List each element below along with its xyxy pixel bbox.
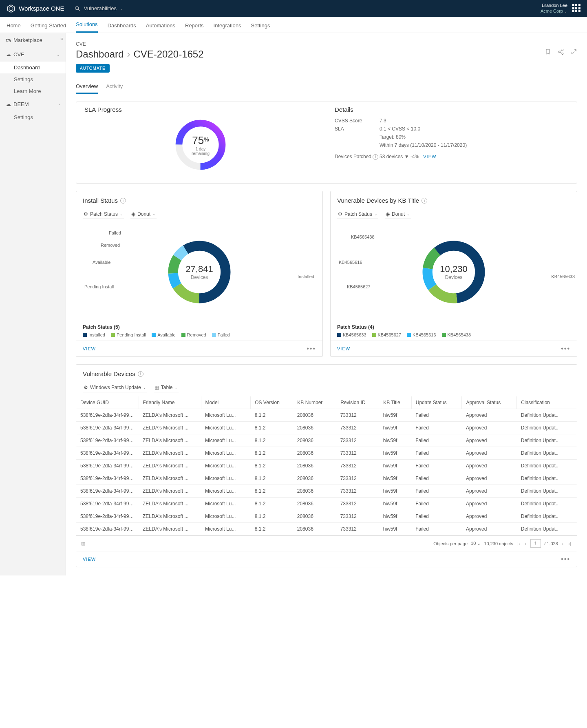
table-row[interactable]: 538f619e-2dfa-34rf-993c-22...ZELDA's Mic…: [76, 498, 577, 510]
panel-title: Vulnerable Devices: [83, 370, 135, 377]
apps-grid-icon[interactable]: [572, 4, 580, 12]
vuln-donut: 10,230Devices KB4565438 KB4565616 KB4565…: [331, 223, 577, 321]
svg-point-2: [75, 6, 79, 9]
table-cell: 538f619e-2dfa-34rf-993c-22...: [76, 422, 139, 434]
tab-home[interactable]: Home: [7, 22, 21, 33]
more-icon[interactable]: •••: [561, 555, 570, 563]
table-cell: 8.1.2: [251, 523, 293, 535]
table-row[interactable]: 538f619e-2dfa-34rf-993c-22...ZELDA's Mic…: [76, 409, 577, 422]
table-cell: 8.1.2: [251, 434, 293, 447]
table-cell: Microsoft Lu...: [201, 434, 251, 447]
page-input[interactable]: [530, 539, 541, 548]
col-header[interactable]: KB Title: [379, 396, 412, 409]
tab-solutions[interactable]: Solutions: [76, 21, 97, 33]
info-icon[interactable]: i: [373, 154, 378, 160]
view-link[interactable]: VIEW: [423, 154, 436, 159]
filter-patch-status[interactable]: ⚙Patch Status⌄: [337, 210, 378, 219]
tab-integrations[interactable]: Integrations: [214, 22, 241, 33]
tab-settings[interactable]: Settings: [251, 22, 270, 33]
sidebar-sub-learn-more[interactable]: Learn More: [0, 85, 66, 97]
table-row[interactable]: 538f619e-2dfa-34rf-993c-22...ZELDA's Mic…: [76, 485, 577, 498]
page-prev-icon[interactable]: ‹: [524, 541, 527, 546]
search-dropdown[interactable]: Vulnerabilities ⌄: [71, 4, 127, 13]
page-total: / 1,023: [544, 541, 558, 546]
table-row[interactable]: 538f619e-2dfa-34rf-993c-22...ZELDA's Mic…: [76, 447, 577, 460]
topbar: Workspace ONE Vulnerabilities ⌄ Brandon …: [0, 0, 587, 17]
sidebar-collapse-icon[interactable]: «: [60, 35, 63, 42]
table-cell: ZELDA's Microsoft ...: [139, 447, 201, 460]
sidebar-sub-settings[interactable]: Settings: [0, 111, 66, 123]
legend-item: Failed: [212, 332, 230, 337]
tab-automations[interactable]: Automations: [146, 22, 175, 33]
col-header[interactable]: Model: [201, 396, 251, 409]
table-row[interactable]: 538f619e-2dfa-34rf-993c-22...ZELDA's Mic…: [76, 472, 577, 485]
filter-label: Donut: [137, 211, 150, 217]
seg-label: Pending Install: [84, 284, 114, 289]
table-row[interactable]: 538f619e-2dfa-34rf-993c-22...ZELDA's Mic…: [76, 460, 577, 472]
sidebar-sub-dashboard[interactable]: Dashboard: [0, 62, 66, 73]
view-link[interactable]: VIEW: [83, 346, 96, 351]
breadcrumb-root[interactable]: Dashboard: [76, 49, 124, 60]
col-header[interactable]: OS Version: [251, 396, 293, 409]
table-cell: Definition Updat...: [517, 510, 577, 523]
tab-getting-started[interactable]: Getting Started: [31, 22, 66, 33]
kv-key: [335, 134, 380, 140]
sidebar-sub-settings[interactable]: Settings: [0, 73, 66, 85]
more-icon[interactable]: •••: [561, 345, 570, 352]
table-cell: 8.1.2: [251, 409, 293, 422]
cloud-icon: ☁: [6, 101, 11, 107]
share-icon[interactable]: [558, 49, 564, 55]
table-cell: Definition Updat...: [517, 434, 577, 447]
sidebar-item-cve[interactable]: ☁CVE ⌄: [0, 47, 66, 62]
tab-dashboards[interactable]: Dashboards: [108, 22, 136, 33]
automate-button[interactable]: AUTOMATE: [76, 64, 110, 73]
col-header[interactable]: KB Number: [293, 396, 336, 409]
user-menu[interactable]: Brandon Lee Acme Corp ⌄: [541, 2, 567, 14]
per-page-select[interactable]: 10 ⌄: [471, 541, 481, 546]
page-first-icon[interactable]: |‹: [516, 541, 521, 546]
table-cell: hiw59f: [379, 523, 412, 535]
col-header[interactable]: Device GUID: [76, 396, 139, 409]
info-icon[interactable]: i: [120, 198, 126, 204]
table-row[interactable]: 538f619e-2dfa-34rf-993c-22...ZELDA's Mic…: [76, 523, 577, 535]
expand-icon[interactable]: [571, 49, 577, 55]
table-cell: Microsoft Lu...: [201, 447, 251, 460]
page-next-icon[interactable]: ›: [561, 541, 565, 546]
view-link[interactable]: VIEW: [83, 557, 96, 562]
bookmark-icon[interactable]: [545, 49, 551, 55]
subtab-overview[interactable]: Overview: [76, 81, 98, 94]
col-header[interactable]: Revision ID: [336, 396, 379, 409]
svg-marker-0: [8, 4, 15, 12]
filter-patch-status[interactable]: ⚙Patch Status⌄: [83, 210, 124, 219]
page-last-icon[interactable]: ›|: [567, 541, 572, 546]
filter-chart-type[interactable]: ◉Donut⌄: [385, 210, 411, 219]
kv-value: Target: 80%: [380, 134, 570, 140]
col-header[interactable]: Update Status: [411, 396, 462, 409]
info-icon[interactable]: i: [138, 371, 143, 377]
table-row[interactable]: 538f619e-2dfa-34rf-993c-22...ZELDA's Mic…: [76, 510, 577, 523]
col-header[interactable]: Approval Status: [462, 396, 517, 409]
filter-chart-type[interactable]: ◉Donut⌄: [130, 210, 157, 219]
more-icon[interactable]: •••: [307, 345, 316, 352]
table-cell: Approved: [462, 510, 517, 523]
col-header[interactable]: Friendly Name: [139, 396, 201, 409]
sidebar-item-deem[interactable]: ☁DEEM ›: [0, 97, 66, 111]
brand-logo[interactable]: Workspace ONE: [7, 4, 64, 13]
tab-reports[interactable]: Reports: [185, 22, 204, 33]
sidebar-item-marketplace[interactable]: 🛍Marketplace: [0, 33, 66, 47]
col-header[interactable]: Classification: [517, 396, 577, 409]
column-toggle-icon[interactable]: ▥: [81, 541, 85, 546]
filter-patch-update[interactable]: ⚙Windows Patch Update⌄: [83, 383, 147, 392]
kv-key: CVSS Score: [335, 118, 380, 124]
table-row[interactable]: 538f619e-2dfa-34rf-993c-22...ZELDA's Mic…: [76, 422, 577, 434]
table-row[interactable]: 538f619e-2dfa-34rf-993c-22...ZELDA's Mic…: [76, 434, 577, 447]
filter-view-type[interactable]: ▦Table⌄: [154, 383, 179, 392]
donut-center-label: Devices: [440, 274, 467, 280]
table-cell: hiw59f: [379, 498, 412, 510]
table-cell: Approved: [462, 472, 517, 485]
subtab-activity[interactable]: Activity: [106, 81, 123, 94]
table-cell: 208036: [293, 460, 336, 472]
table-cell: 8.1.2: [251, 498, 293, 510]
view-link[interactable]: VIEW: [337, 346, 350, 351]
info-icon[interactable]: i: [421, 198, 427, 204]
